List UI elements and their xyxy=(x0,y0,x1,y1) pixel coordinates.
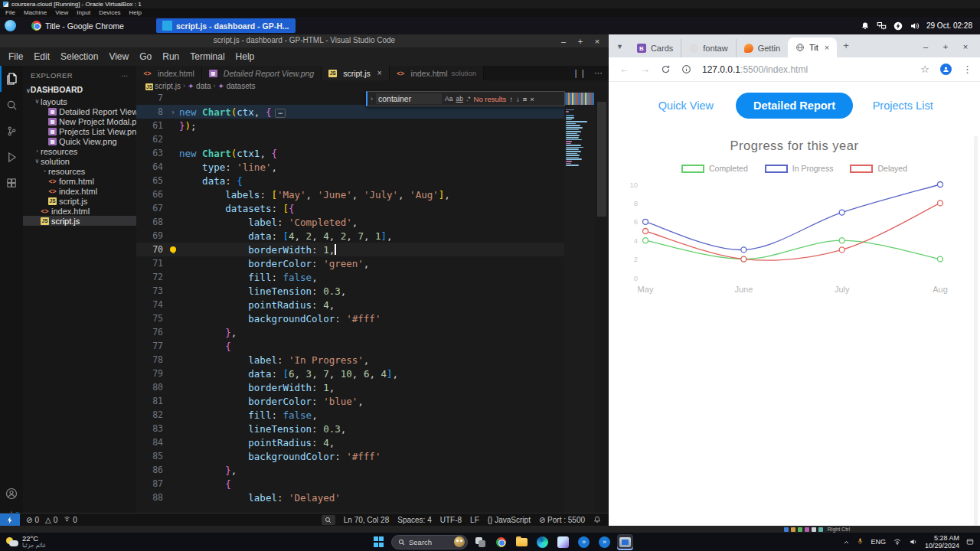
code-line-72[interactable]: 72 fill: false, xyxy=(136,270,564,284)
maximize-button[interactable]: + xyxy=(572,37,589,46)
app-button-3[interactable]: » xyxy=(596,534,612,550)
vscode-task-button[interactable]: script.js - dashboard - GP-H... xyxy=(156,18,296,33)
live-server-port[interactable]: ⊘ Port : 5500 xyxy=(539,516,585,524)
pinned-app-icon[interactable] xyxy=(5,20,16,31)
split-editor-icon[interactable]: ❘❘ xyxy=(573,68,586,78)
tree-item-solution[interactable]: ∨solution xyxy=(23,156,136,166)
code-line-86[interactable]: 86 }, xyxy=(136,463,564,477)
tree-item-resources[interactable]: ›resources xyxy=(23,146,136,156)
code-editor[interactable]: 78›new Chart(ctx, {⋯61});6263new Chart(c… xyxy=(136,91,564,513)
tree-item-layouts[interactable]: ∨layouts xyxy=(23,96,136,106)
find-next-icon[interactable]: ↓ xyxy=(516,95,520,103)
indentation[interactable]: Spaces: 4 xyxy=(397,516,431,524)
workspace-root[interactable]: ∨DASHBOARD xyxy=(23,83,136,96)
tree-item-script-js[interactable]: JSscript.js xyxy=(23,216,136,226)
errors-status[interactable]: ⊘0 xyxy=(26,516,39,524)
close-button[interactable]: × xyxy=(956,42,975,51)
menu-file[interactable]: File xyxy=(3,50,28,64)
close-button[interactable]: × xyxy=(589,37,606,46)
code-line-63[interactable]: 63new Chart(ctx1, { xyxy=(136,146,564,160)
code-line-85[interactable]: 85 backgroundColor: '#fff' xyxy=(136,449,564,463)
editor-more-actions-icon[interactable]: ⋯ xyxy=(594,68,603,78)
tree-item-new-project-modal-png[interactable]: ▨New Project Modal.png xyxy=(23,116,136,126)
menu-help[interactable]: Help xyxy=(230,50,260,64)
virtualbox-taskbar-button[interactable] xyxy=(617,534,633,550)
address-bar[interactable]: 127.0.0.1:5500/index.html xyxy=(702,64,910,75)
code-line-83[interactable]: 83 lineTension: 0.3, xyxy=(136,422,564,435)
vbox-menu-file[interactable]: File xyxy=(5,9,15,16)
warnings-status[interactable]: △0 xyxy=(45,516,57,524)
minimize-button[interactable]: – xyxy=(555,37,572,46)
code-line-75[interactable]: 75 backgroundColor: '#fff' xyxy=(136,311,564,325)
match-case-icon[interactable]: Aa xyxy=(445,95,452,103)
menu-terminal[interactable]: Terminal xyxy=(185,50,230,64)
legend-delayed[interactable]: Delayed xyxy=(850,164,907,173)
code-line-67[interactable]: 67 datasets: [{ xyxy=(136,201,564,215)
vbox-menu-devices[interactable]: Devices xyxy=(99,9,120,16)
browser-tab-cards[interactable]: BCards xyxy=(629,39,681,57)
vbox-menu-help[interactable]: Help xyxy=(129,9,142,16)
breadcrumb[interactable]: JSscript.js›✦ data›✦ datasets xyxy=(136,80,609,91)
scrollbar-thumb[interactable] xyxy=(597,102,606,217)
new-tab-button[interactable]: + xyxy=(843,40,849,51)
task-view-button[interactable] xyxy=(472,534,488,550)
breadcrumb-data[interactable]: ✦ data xyxy=(188,82,211,90)
browser-tab-tit[interactable]: Tit× xyxy=(788,37,837,57)
tree-item-script-js[interactable]: JSscript.js xyxy=(23,196,136,206)
file-explorer-button[interactable] xyxy=(514,534,530,550)
tree-item-index-html[interactable]: <>index.html xyxy=(23,206,136,216)
language-indicator[interactable]: ENG xyxy=(871,538,886,546)
vbox-menu-view[interactable]: View xyxy=(55,9,68,16)
forward-icon[interactable]: → xyxy=(640,64,650,75)
tree-item-resources[interactable]: ›resources xyxy=(23,166,136,176)
power-icon[interactable] xyxy=(893,21,903,31)
tray-chevron-icon[interactable] xyxy=(843,535,850,549)
code-line-77[interactable]: 77 { xyxy=(136,339,564,353)
code-line-61[interactable]: 61}); xyxy=(136,119,564,132)
maximize-button[interactable]: + xyxy=(936,42,956,51)
editor-tab-index-html[interactable]: <>index.htmlsolution xyxy=(390,66,485,80)
close-tab-icon[interactable]: × xyxy=(825,43,829,52)
close-find-icon[interactable]: × xyxy=(530,95,534,103)
reload-icon[interactable] xyxy=(661,64,671,74)
code-line-84[interactable]: 84 pointRadius: 4, xyxy=(136,435,564,449)
code-line-80[interactable]: 80 borderWidth: 1, xyxy=(136,380,564,394)
encoding[interactable]: UTF-8 xyxy=(440,516,462,524)
nav-detailed-report[interactable]: Detailed Report xyxy=(736,93,854,119)
vscode-titlebar[interactable]: script.js - dashboard - GP-HTML - Visual… xyxy=(0,34,609,47)
vbox-menu-machine[interactable]: Machine xyxy=(24,9,47,16)
code-line-69[interactable]: 69 data: [4, 2, 4, 2, 7, 1], xyxy=(136,229,564,243)
taskbar-search[interactable]: Search xyxy=(391,535,468,549)
minimize-button[interactable]: – xyxy=(916,42,936,51)
editor-tab-detailed-report-view-png[interactable]: ▨Detailed Report View.png xyxy=(202,66,322,80)
tree-item-projects-list-view-png[interactable]: ▨Projects List View.png xyxy=(23,126,136,136)
browser-tab-gettin[interactable]: Gettin xyxy=(736,39,788,57)
notification-center-icon[interactable] xyxy=(966,535,974,549)
editor-tab-script-js[interactable]: JSscript.js× xyxy=(322,66,389,80)
edge-button[interactable] xyxy=(534,534,550,550)
volume-icon[interactable] xyxy=(910,21,920,31)
search-icon[interactable] xyxy=(0,92,23,118)
editor-tab-index-html[interactable]: <>index.html xyxy=(136,66,202,80)
statusbar-search-icon[interactable] xyxy=(322,515,335,525)
profile-avatar[interactable] xyxy=(940,64,952,75)
find-input[interactable] xyxy=(376,93,442,104)
run-debug-icon[interactable] xyxy=(0,144,23,170)
code-line-64[interactable]: 64 type: 'line', xyxy=(136,160,564,174)
tree-item-index-html[interactable]: <>index.html xyxy=(23,186,136,196)
weather-widget[interactable]: 22°C غائم جزئيا xyxy=(6,535,46,549)
start-button[interactable] xyxy=(371,534,387,550)
app-button-2[interactable]: » xyxy=(576,534,592,550)
code-line-79[interactable]: 79 data: [6, 3, 7, 10, 6, 4], xyxy=(136,367,564,380)
legend-in-progress[interactable]: In Progress xyxy=(765,164,834,173)
code-line-68[interactable]: 68 label: 'Completed', xyxy=(136,215,564,229)
menu-view[interactable]: View xyxy=(103,50,134,64)
eol[interactable]: LF xyxy=(470,516,479,524)
menu-dots-icon[interactable]: ⋮ xyxy=(962,64,972,75)
menu-go[interactable]: Go xyxy=(134,50,157,64)
site-info-icon[interactable] xyxy=(681,64,691,74)
code-line-73[interactable]: 73 lineTension: 0.3, xyxy=(136,284,564,298)
source-control-icon[interactable] xyxy=(0,118,23,144)
tree-item-form-html[interactable]: <>form.html xyxy=(23,176,136,186)
toggle-replace-icon[interactable]: › xyxy=(371,95,373,103)
